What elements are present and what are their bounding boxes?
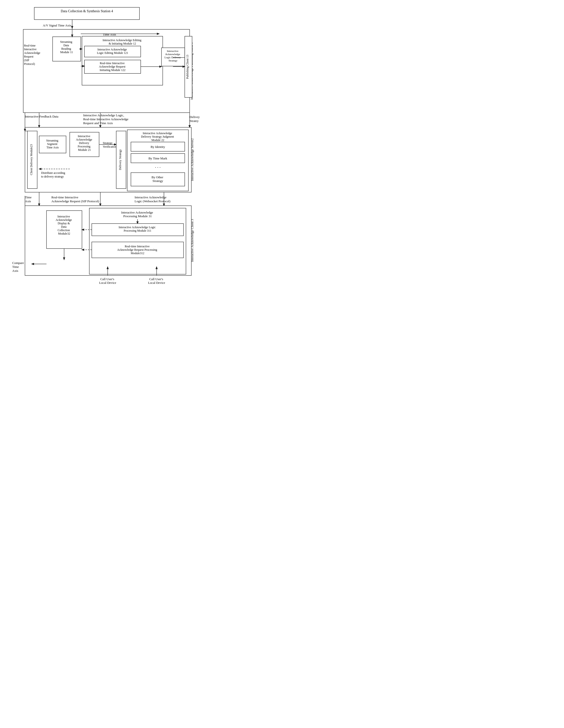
compare-time-label: Compare Time Axis <box>12 261 25 273</box>
by-time-mark-text: By Time Mark <box>149 156 167 160</box>
delivery-strategy-vert-text: Delivery Strategy <box>118 149 122 170</box>
logic-editing-text: Interactive Acknowledge Logic Editing Mo… <box>97 48 128 55</box>
main-diagram-svg: Data Collection & Synthesis Station 4 A/… <box>5 5 220 286</box>
realtime-sip-label: Real-time Interactive Acknowledge Reques… <box>51 195 99 203</box>
distribute-label: Distribute according to delivery strateg… <box>41 171 66 178</box>
svg-rect-37 <box>89 208 186 274</box>
time-axis-top: Time Axis <box>103 33 116 36</box>
ack-logic-realtime-label: Interactive Acknowledge Logic, Real-time… <box>83 113 129 125</box>
ellipsis-text: · · · <box>155 165 161 170</box>
delivery-strategy-label: Delivey Stratey <box>190 115 201 123</box>
initiating-module-text: Real-time Interactive Acknowledge Reques… <box>99 61 126 72</box>
top-box-title: Data Collection & Synthesis Station 4 <box>61 9 113 13</box>
streaming-module-text: Streaming Data Reading Module 11 <box>60 40 73 54</box>
time-axis-left-label: Time Axis <box>25 195 32 203</box>
by-identity-text: By Identity <box>151 145 165 149</box>
av-signal-label: A/V Signal Time Axis <box>43 24 71 27</box>
ack-logic-311-text: Interactive Acknowledge Logic Processing… <box>119 226 156 232</box>
feedback-label: Interactive Feedback Data <box>25 115 59 118</box>
call-user2-text: Call User's Local Device <box>148 277 165 285</box>
ack-processing-31-text: Interactive Acknowledge Processing Modul… <box>121 211 154 218</box>
ack-logic-websocket-label: Interactive Acknowledge Logic (Websocket… <box>135 195 170 203</box>
section3-label: Interactive Acknowledge Client 3 <box>190 219 194 262</box>
section2-label: Interactive Acknowledge Server2 <box>190 138 194 181</box>
diagram-container: Data Collection & Synthesis Station 4 A/… <box>5 5 220 287</box>
client-delivery-text: Client Delivery Module23 <box>30 144 33 175</box>
by-other-text: By Other Strategy <box>152 175 164 183</box>
call-user1-text: Call User's Local Device <box>99 277 116 285</box>
streaming-segment-text: Streaming Segment Time Axis <box>46 139 59 149</box>
publishing-client-text: Publishing Client 13 <box>186 55 189 79</box>
